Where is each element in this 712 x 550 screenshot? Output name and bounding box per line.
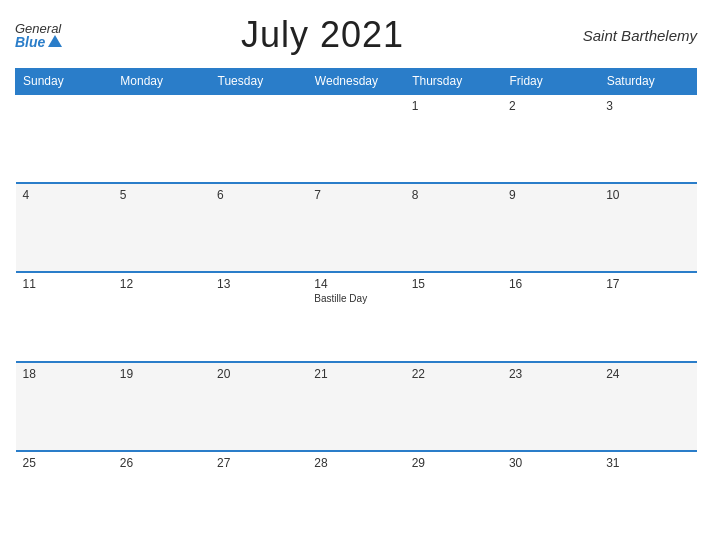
- calendar-cell: 9: [502, 183, 599, 272]
- weekday-header-monday: Monday: [113, 69, 210, 95]
- day-number: 13: [217, 277, 300, 291]
- calendar-cell: 11: [16, 272, 113, 361]
- calendar-cell: 17: [599, 272, 696, 361]
- calendar-cell: 5: [113, 183, 210, 272]
- day-number: 6: [217, 188, 300, 202]
- logo-triangle-icon: [48, 35, 62, 47]
- calendar-cell: 10: [599, 183, 696, 272]
- day-number: 11: [23, 277, 106, 291]
- calendar-cell: [16, 94, 113, 183]
- day-number: 20: [217, 367, 300, 381]
- calendar-cell: 20: [210, 362, 307, 451]
- calendar-week-row: 18192021222324: [16, 362, 697, 451]
- weekday-header-thursday: Thursday: [405, 69, 502, 95]
- day-number: 3: [606, 99, 689, 113]
- logo: General Blue: [15, 22, 62, 49]
- calendar-cell: 14Bastille Day: [307, 272, 404, 361]
- day-number: 29: [412, 456, 495, 470]
- day-number: 18: [23, 367, 106, 381]
- day-number: 7: [314, 188, 397, 202]
- day-number: 10: [606, 188, 689, 202]
- day-number: 19: [120, 367, 203, 381]
- calendar-week-row: 11121314Bastille Day151617: [16, 272, 697, 361]
- weekday-header-wednesday: Wednesday: [307, 69, 404, 95]
- calendar-cell: 2: [502, 94, 599, 183]
- calendar-table: SundayMondayTuesdayWednesdayThursdayFrid…: [15, 68, 697, 540]
- calendar-cell: 12: [113, 272, 210, 361]
- calendar-week-row: 25262728293031: [16, 451, 697, 540]
- calendar-cell: [210, 94, 307, 183]
- calendar-cell: 8: [405, 183, 502, 272]
- weekday-header-sunday: Sunday: [16, 69, 113, 95]
- logo-general-text: General: [15, 22, 62, 35]
- month-title: July 2021: [241, 14, 404, 56]
- calendar-cell: 26: [113, 451, 210, 540]
- weekday-header-tuesday: Tuesday: [210, 69, 307, 95]
- calendar-cell: 4: [16, 183, 113, 272]
- day-number: 27: [217, 456, 300, 470]
- day-number: 8: [412, 188, 495, 202]
- calendar-cell: 19: [113, 362, 210, 451]
- day-number: 9: [509, 188, 592, 202]
- calendar-cell: [113, 94, 210, 183]
- day-number: 24: [606, 367, 689, 381]
- day-number: 1: [412, 99, 495, 113]
- calendar-container: General Blue July 2021 Saint Barthelemy …: [0, 0, 712, 550]
- day-number: 5: [120, 188, 203, 202]
- day-number: 12: [120, 277, 203, 291]
- calendar-cell: 18: [16, 362, 113, 451]
- calendar-cell: 21: [307, 362, 404, 451]
- country-name: Saint Barthelemy: [583, 27, 697, 44]
- day-number: 16: [509, 277, 592, 291]
- calendar-cell: 1: [405, 94, 502, 183]
- day-number: 17: [606, 277, 689, 291]
- calendar-cell: 29: [405, 451, 502, 540]
- calendar-cell: 31: [599, 451, 696, 540]
- day-number: 15: [412, 277, 495, 291]
- day-number: 2: [509, 99, 592, 113]
- calendar-cell: 27: [210, 451, 307, 540]
- logo-blue-text: Blue: [15, 35, 62, 49]
- calendar-cell: [307, 94, 404, 183]
- weekday-header-friday: Friday: [502, 69, 599, 95]
- calendar-cell: 13: [210, 272, 307, 361]
- day-number: 22: [412, 367, 495, 381]
- calendar-cell: 25: [16, 451, 113, 540]
- day-number: 30: [509, 456, 592, 470]
- weekday-header-saturday: Saturday: [599, 69, 696, 95]
- day-number: 31: [606, 456, 689, 470]
- day-number: 28: [314, 456, 397, 470]
- calendar-cell: 3: [599, 94, 696, 183]
- calendar-week-row: 45678910: [16, 183, 697, 272]
- calendar-header: General Blue July 2021 Saint Barthelemy: [15, 10, 697, 60]
- day-number: 26: [120, 456, 203, 470]
- day-number: 4: [23, 188, 106, 202]
- day-number: 25: [23, 456, 106, 470]
- day-number: 21: [314, 367, 397, 381]
- calendar-cell: 28: [307, 451, 404, 540]
- calendar-week-row: 123: [16, 94, 697, 183]
- calendar-cell: 22: [405, 362, 502, 451]
- day-number: 14: [314, 277, 397, 291]
- day-event: Bastille Day: [314, 293, 397, 304]
- calendar-cell: 6: [210, 183, 307, 272]
- day-number: 23: [509, 367, 592, 381]
- calendar-cell: 7: [307, 183, 404, 272]
- calendar-cell: 15: [405, 272, 502, 361]
- calendar-cell: 30: [502, 451, 599, 540]
- calendar-cell: 24: [599, 362, 696, 451]
- calendar-cell: 16: [502, 272, 599, 361]
- weekday-header-row: SundayMondayTuesdayWednesdayThursdayFrid…: [16, 69, 697, 95]
- calendar-cell: 23: [502, 362, 599, 451]
